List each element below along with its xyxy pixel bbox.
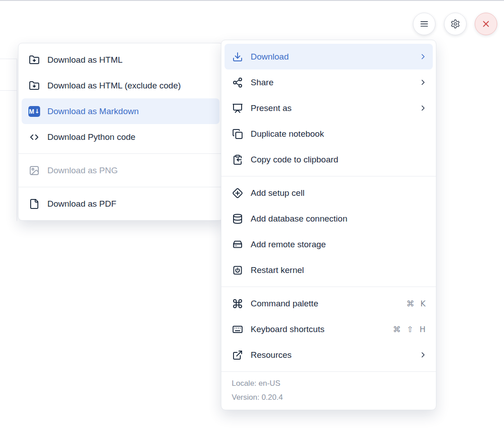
folder-down-icon	[28, 80, 40, 92]
menu-item-label: Add database connection	[251, 214, 347, 224]
menu-item-keyboard-shortcuts[interactable]: Keyboard shortcuts ⌘ ⇧ H	[225, 316, 433, 342]
close-app-button[interactable]	[475, 13, 497, 35]
code-icon	[28, 131, 40, 143]
background-cell-border	[0, 90, 17, 91]
file-icon	[28, 198, 40, 210]
notebook-menu-button[interactable]	[413, 13, 435, 35]
notebook-page: Download as HTML Download as HTML (exclu…	[0, 0, 504, 444]
locale-text: Locale: en-US	[232, 376, 436, 390]
menu-item-add-setup-cell[interactable]: Add setup cell	[225, 180, 433, 206]
menu-item-label: Keyboard shortcuts	[251, 324, 325, 334]
menu-item-download-as-pdf[interactable]: Download as PDF	[22, 191, 220, 217]
notebook-actions-menu: Download Share Present as	[221, 40, 436, 410]
square-power-icon	[232, 264, 243, 276]
menu-item-label: Copy code to clipboard	[251, 155, 338, 165]
menu-item-download-python-code[interactable]: Download Python code	[22, 124, 220, 150]
download-icon	[232, 51, 243, 63]
submenu-group-png: Download as PNG	[18, 153, 223, 187]
menu-group-export: Download Share Present as	[221, 40, 436, 176]
menu-item-label: Download as HTML	[47, 55, 123, 65]
chevron-right-icon	[419, 351, 427, 359]
menu-item-label: Download as HTML (exclude code)	[47, 81, 181, 91]
menu-item-download-as-html[interactable]: Download as HTML	[22, 47, 220, 73]
menu-item-label: Download as PDF	[47, 199, 116, 209]
gear-icon	[450, 19, 460, 29]
menu-item-label: Download	[251, 52, 289, 62]
shortcut-hint: ⌘ K	[406, 299, 427, 308]
database-icon	[232, 213, 243, 225]
menu-item-copy-code-to-clipboard[interactable]: Copy code to clipboard	[225, 147, 433, 172]
image-icon	[28, 165, 40, 176]
menu-item-duplicate-notebook[interactable]: Duplicate notebook	[225, 121, 433, 147]
folder-down-icon	[28, 54, 40, 66]
menu-item-add-remote-storage[interactable]: Add remote storage	[225, 231, 433, 257]
menu-item-label: Restart kernel	[251, 265, 304, 275]
submenu-group-pdf: Download as PDF	[18, 187, 223, 220]
menu-item-label: Download Python code	[47, 132, 135, 142]
menu-item-label: Add setup cell	[251, 188, 304, 198]
menu-item-command-palette[interactable]: Command palette ⌘ K	[225, 291, 433, 316]
menu-item-label: Present as	[251, 103, 292, 113]
shortcut-hint: ⌘ ⇧ H	[393, 325, 427, 334]
menu-item-download[interactable]: Download	[225, 44, 433, 69]
chevron-right-icon	[419, 52, 427, 61]
download-submenu: Download as HTML Download as HTML (exclu…	[18, 43, 223, 221]
share-icon	[232, 77, 243, 88]
menu-group-notebook-actions: Add setup cell Add database connection A…	[221, 176, 436, 287]
copy-icon	[232, 128, 243, 140]
menu-item-add-database-connection[interactable]: Add database connection	[225, 206, 433, 231]
chevron-right-icon	[419, 104, 427, 112]
clipboard-paste-icon	[232, 154, 243, 166]
command-icon	[232, 298, 243, 310]
settings-button[interactable]	[444, 13, 467, 35]
menu-item-label: Add remote storage	[251, 240, 326, 250]
menu-item-download-as-html-exclude-code[interactable]: Download as HTML (exclude code)	[22, 73, 220, 98]
menu-footer: Locale: en-US Version: 0.20.4	[221, 371, 436, 410]
presentation-icon	[232, 102, 243, 114]
menu-item-label: Share	[251, 78, 274, 88]
chevron-right-icon	[419, 78, 427, 87]
version-text: Version: 0.20.4	[232, 390, 436, 404]
diamond-plus-icon	[232, 187, 243, 199]
submenu-group-formats: Download as HTML Download as HTML (exclu…	[18, 43, 223, 153]
markdown-badge-icon: M↓	[28, 106, 40, 117]
page-top-border	[0, 0, 504, 1]
menu-item-present-as[interactable]: Present as	[225, 95, 433, 121]
hamburger-icon	[419, 19, 429, 29]
menu-item-restart-kernel[interactable]: Restart kernel	[225, 257, 433, 283]
keyboard-icon	[232, 324, 243, 335]
hard-drive-icon	[232, 239, 243, 250]
menu-item-label: Duplicate notebook	[251, 129, 324, 139]
external-link-icon	[232, 349, 243, 361]
menu-item-resources[interactable]: Resources	[225, 342, 433, 368]
menu-item-download-as-png: Download as PNG	[22, 157, 220, 183]
background-cell-border	[0, 59, 17, 59]
menu-item-label: Download as Markdown	[47, 106, 139, 116]
menu-item-label: Command palette	[251, 299, 318, 309]
close-icon	[481, 19, 491, 29]
menu-item-label: Resources	[251, 350, 292, 360]
menu-item-download-as-markdown[interactable]: M↓ Download as Markdown	[22, 98, 220, 124]
background-cell-border	[17, 59, 17, 221]
menu-group-help: Command palette ⌘ K Keyboard shortcuts ⌘…	[221, 287, 436, 371]
menu-item-label: Download as PNG	[47, 166, 118, 176]
menu-item-share[interactable]: Share	[225, 69, 433, 95]
